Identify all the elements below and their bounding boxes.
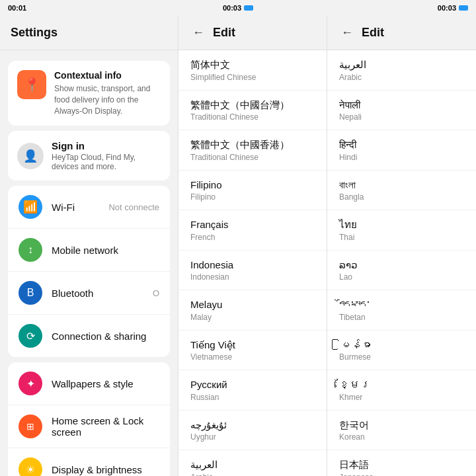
edit1-header: ← Edit [178,16,327,50]
list-item[interactable]: 繁體中文（中國香港） Traditional Chinese [178,130,327,171]
contextual-info-card[interactable]: 📍 Contextual info Show music, transport,… [8,61,170,126]
lang-sub: Arabic [339,73,464,82]
edit1-title: Edit [213,26,235,40]
lang-sub: Burmese [339,352,464,362]
lang-name: Русский [190,378,315,391]
contextual-info-icon: 📍 [17,70,46,99]
settings-header: Settings [0,16,178,50]
homescreen-item[interactable]: ⊞ Home screen & Lock screen [8,405,170,448]
edit-panel-2: ← Edit العربية Arabic नेपाली Nepali हिन्… [327,16,476,476]
list-item[interactable]: ئۇيغۇرچە Uyghur [178,411,327,451]
lang-name: বাংলা [339,178,464,192]
contextual-info-text: Contextual info Show music, transport, a… [54,70,161,116]
lang-name: မြန်မာ [339,338,464,352]
edit2-title: Edit [362,26,384,40]
wallpaper-item[interactable]: ✦ Wallpapers & style [8,362,170,405]
lang-name: ລາວ [339,258,464,272]
mobile-network-icon: ↕ [19,238,42,262]
lang-name: हिन्दी [339,138,464,151]
list-item[interactable]: 日本語 Japanese [327,450,476,476]
network-group: 📶 Wi-Fi Not connecte ↕ Mobile network B … [8,186,170,357]
lang-sub: Japanese [339,473,464,477]
avatar: 👤 [17,143,44,169]
list-item[interactable]: Русский Russian [178,370,327,411]
lang-name: བོད་སྐད་ [339,298,464,311]
list-item[interactable]: ไทย Thai [327,210,476,251]
edit2-back-button[interactable]: ← [338,24,356,42]
status-bar: 00:01 00:03 00:03 [0,0,476,16]
list-item[interactable]: Filipino Filipino [178,171,327,211]
lang-sub: Filipino [190,192,315,202]
edit-panel-1: ← Edit 简体中文 Simplified Chinese 繁體中文（中國台灣… [178,16,327,476]
bluetooth-item[interactable]: B Bluetooth O [8,272,170,315]
lang-name: ខ្មែរ [339,378,464,391]
wifi-value: Not connecte [108,202,159,212]
edit2-back-arrow-icon: ← [341,26,353,40]
homescreen-icon: ⊞ [19,415,42,438]
settings-title: Settings [11,26,58,40]
list-item[interactable]: বাংলা Bangla [327,171,476,211]
signin-text: Sign in HeyTap Cloud, Find My, devices a… [52,140,161,171]
lang-sub: Arabic [190,473,315,477]
list-item[interactable]: Français French [178,210,327,251]
display-icon: ☀ [19,457,42,476]
lang-sub: Bangla [339,192,464,202]
lang-name: 简体中文 [190,58,315,71]
wifi-label: Wi-Fi [52,202,99,213]
list-item[interactable]: Indonesia Indonesian [178,251,327,291]
mobile-network-item[interactable]: ↕ Mobile network [8,229,170,272]
lang-sub: Tibetan [339,313,464,322]
lang-name: ئۇيغۇرچە [190,418,315,432]
lang-sub: French [190,233,315,242]
edit1-back-button[interactable]: ← [189,24,208,42]
lang-name: العربية [339,58,464,71]
lang-name: 한국어 [339,418,464,432]
list-item[interactable]: བོད་སྐད་ Tibetan [327,290,476,331]
personalization-group: ✦ Wallpapers & style ⊞ Home screen & Loc… [8,362,170,476]
lang-sub: Russian [190,393,315,402]
lang-sub: Uyghur [190,432,315,442]
lang-sub: Malay [190,313,315,322]
bluetooth-value: O [153,288,159,298]
display-item[interactable]: ☀ Display & brightness [8,448,170,476]
wifi-item[interactable]: 📶 Wi-Fi Not connecte [8,186,170,229]
wallpaper-label: Wallpapers & style [52,378,159,389]
status-time-mid: 00:03 [161,4,315,12]
list-item[interactable]: العربية Arabic [178,450,327,476]
signin-card[interactable]: 👤 Sign in HeyTap Cloud, Find My, devices… [8,131,170,180]
list-item[interactable]: Melayu Malay [178,290,327,331]
list-item[interactable]: Tiếng Việt Vietnamese [178,331,327,371]
lang-sub: Lao [339,272,464,282]
edit1-language-list: 简体中文 Simplified Chinese 繁體中文（中國台灣） Tradi… [178,50,327,476]
lang-name: Melayu [190,298,315,311]
list-item[interactable]: ລາວ Lao [327,251,476,291]
connection-item[interactable]: ⟳ Connection & sharing [8,315,170,357]
bluetooth-label: Bluetooth [52,288,143,299]
list-item[interactable]: नेपाली Nepali [327,91,476,131]
signin-sub: HeyTap Cloud, Find My, devices and more. [52,153,161,171]
lang-sub: Traditional Chinese [190,112,315,122]
list-item[interactable]: العربية Arabic [327,50,476,91]
lang-sub: Hindi [339,153,464,162]
list-item[interactable]: မြန်မာ Burmese [327,331,476,371]
lang-name: العربية [190,458,315,471]
list-item[interactable]: 한국어 Korean [327,411,476,451]
lang-name: ไทย [339,218,464,231]
lang-sub: Vietnamese [190,352,315,362]
settings-panel: Settings 📍 Contextual info Show music, t… [0,16,178,476]
status-indicator-mid [244,5,253,11]
lang-name: नेपाली [339,99,464,112]
lang-sub: Thai [339,233,464,242]
contextual-info-title: Contextual info [54,70,161,81]
list-item[interactable]: 繁體中文（中國台灣） Traditional Chinese [178,91,327,131]
lang-name: 日本語 [339,458,464,471]
lang-sub: Khmer [339,393,464,402]
list-item[interactable]: ខ្មែរ Khmer [327,370,476,411]
list-item[interactable]: 简体中文 Simplified Chinese [178,50,327,91]
panels-container: Settings 📍 Contextual info Show music, t… [0,16,476,476]
display-label: Display & brightness [52,464,159,475]
list-item[interactable]: हिन्दी Hindi [327,130,476,171]
lang-name: 繁體中文（中國台灣） [190,99,315,112]
lang-name: Français [190,218,315,231]
lang-sub: Traditional Chinese [190,153,315,162]
